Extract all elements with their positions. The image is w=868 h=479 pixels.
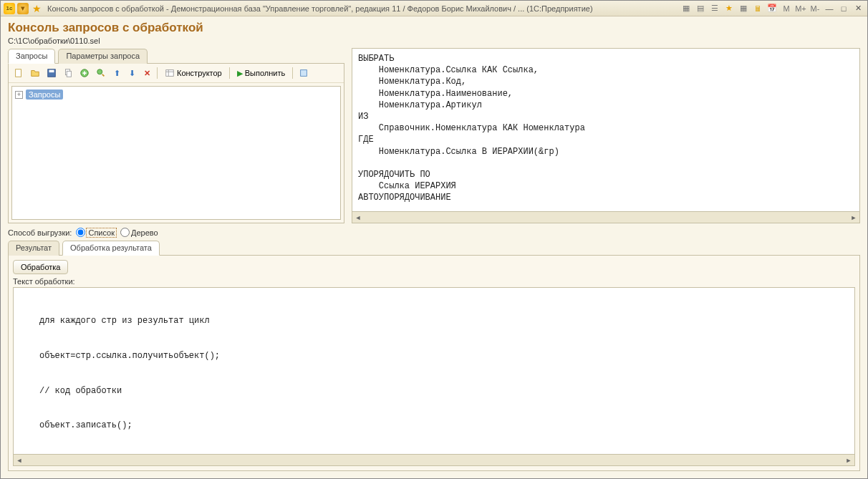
- proc-line: объект.записать();: [19, 420, 849, 431]
- processing-button[interactable]: Обработка: [13, 260, 68, 274]
- constructor-label: Конструктор: [177, 69, 222, 77]
- svg-rect-0: [16, 69, 21, 77]
- processing-panel: Обработка Текст обработки: для каждого с…: [8, 256, 860, 471]
- export-mode-row: Способ выгрузки: Список Дерево: [8, 228, 860, 237]
- export-tree-label: Дерево: [131, 228, 158, 237]
- lower-tabs: Результат Обработка результата: [8, 240, 860, 256]
- add-icon[interactable]: [77, 67, 92, 79]
- tab-queries[interactable]: Запросы: [8, 49, 55, 64]
- tb-icon-2[interactable]: ▤: [694, 3, 707, 14]
- m-minus-button[interactable]: M-: [809, 3, 821, 14]
- upper-area: Запросы Параметры запроса: [8, 48, 860, 223]
- window-title: Консоль запросов с обработкой - Демонстр…: [47, 4, 680, 13]
- tab-processing[interactable]: Обработка результата: [62, 241, 160, 256]
- export-mode-label: Способ выгрузки:: [8, 228, 72, 237]
- svg-rect-7: [166, 70, 174, 77]
- export-list-option[interactable]: Список: [76, 228, 116, 237]
- queries-column: Запросы Параметры запроса: [8, 48, 344, 223]
- export-tree-option[interactable]: Дерево: [120, 228, 158, 237]
- execute-label: Выполнить: [245, 69, 285, 77]
- tree-expand-icon[interactable]: +: [15, 91, 23, 99]
- processing-text[interactable]: для каждого стр из результат цикл объект…: [13, 287, 855, 455]
- lower-area: Результат Обработка результата Обработка…: [8, 240, 860, 471]
- page-title: Консоль запросов с обработкой: [8, 21, 860, 35]
- scroll-left-icon[interactable]: ◄: [15, 456, 24, 465]
- tab-parameters[interactable]: Параметры запроса: [58, 49, 148, 64]
- titlebar: 1c ▾ ★ Консоль запросов с обработкой - Д…: [1, 1, 867, 16]
- proc-line: // код обработки: [19, 385, 849, 397]
- dropdown-icon[interactable]: ▾: [17, 3, 29, 14]
- toolbar-separator-3: [292, 67, 293, 79]
- save-icon[interactable]: [44, 67, 59, 79]
- processing-text-label: Текст обработки:: [13, 277, 855, 286]
- query-hscrollbar[interactable]: ◄ ►: [352, 212, 860, 223]
- add-child-icon[interactable]: [94, 67, 108, 79]
- queries-tree[interactable]: + Запросы: [11, 86, 341, 220]
- scroll-right-icon[interactable]: ►: [849, 213, 858, 222]
- proc-line: для каждого стр из результат цикл: [19, 315, 849, 326]
- file-path: C:\1C\обработки\0110.sel: [8, 37, 860, 45]
- tab-result[interactable]: Результат: [8, 241, 59, 256]
- export-tree-radio[interactable]: [120, 228, 130, 237]
- favorite-icon[interactable]: ★: [31, 3, 42, 14]
- toolbar-separator-1: [157, 67, 158, 79]
- query-text[interactable]: ВЫБРАТЬ Номенклатура.Ссылка КАК Ссылка, …: [352, 48, 860, 212]
- minimize-button[interactable]: —: [823, 3, 836, 14]
- move-down-icon[interactable]: ⬇: [125, 67, 138, 79]
- processing-hscrollbar[interactable]: ◄ ►: [13, 455, 855, 466]
- m-button[interactable]: M: [780, 3, 793, 14]
- query-text-column: ВЫБРАТЬ Номенклатура.Ссылка КАК Ссылка, …: [352, 48, 860, 223]
- svg-rect-8: [301, 70, 307, 77]
- titlebar-right: ▦ ▤ ☰ ★ ▦ 🖩 📅 M M+ M- — □ ✕: [680, 3, 864, 14]
- close-button[interactable]: ✕: [852, 3, 864, 14]
- svg-rect-4: [67, 71, 71, 77]
- maximize-button[interactable]: □: [837, 3, 850, 14]
- toolbar-separator-2: [229, 67, 230, 79]
- queries-toolbar: ⬆ ⬇ ✕ Конструктор ▶ Выполнить: [9, 64, 344, 83]
- tb-star-icon[interactable]: ★: [723, 3, 736, 14]
- export-list-label: Список: [87, 228, 116, 237]
- tb-icon-3[interactable]: ☰: [708, 3, 721, 14]
- export-list-radio[interactable]: [76, 228, 85, 237]
- constructor-button[interactable]: Конструктор: [161, 67, 226, 79]
- logo-1c-icon: 1c: [4, 3, 15, 14]
- export-icon[interactable]: [296, 67, 311, 79]
- move-up-icon[interactable]: ⬆: [110, 67, 123, 79]
- delete-icon[interactable]: ✕: [140, 67, 153, 79]
- scroll-right-icon[interactable]: ►: [844, 456, 853, 465]
- open-icon[interactable]: [28, 67, 42, 79]
- tree-root-label: Запросы: [26, 89, 63, 100]
- calculator-icon[interactable]: 🖩: [751, 3, 764, 14]
- svg-rect-2: [49, 70, 54, 73]
- svg-point-6: [97, 69, 102, 74]
- queries-panel: ⬆ ⬇ ✕ Конструктор ▶ Выполнить: [8, 64, 344, 223]
- execute-button[interactable]: ▶ Выполнить: [233, 67, 289, 79]
- app-window: 1c ▾ ★ Консоль запросов с обработкой - Д…: [0, 0, 868, 479]
- tb-icon-1[interactable]: ▦: [680, 3, 693, 14]
- tree-root-item[interactable]: + Запросы: [15, 89, 337, 100]
- copy-icon[interactable]: [61, 67, 75, 79]
- proc-line: объект=стр.ссылка.получитьобъект();: [19, 350, 849, 362]
- new-icon[interactable]: [11, 67, 26, 79]
- upper-tabs: Запросы Параметры запроса: [8, 48, 344, 64]
- content: Консоль запросов с обработкой C:\1C\обра…: [1, 16, 867, 478]
- m-plus-button[interactable]: M+: [794, 3, 807, 14]
- scroll-left-icon[interactable]: ◄: [354, 213, 362, 222]
- calendar-icon[interactable]: 📅: [766, 3, 778, 14]
- tb-icon-4[interactable]: ▦: [737, 3, 750, 14]
